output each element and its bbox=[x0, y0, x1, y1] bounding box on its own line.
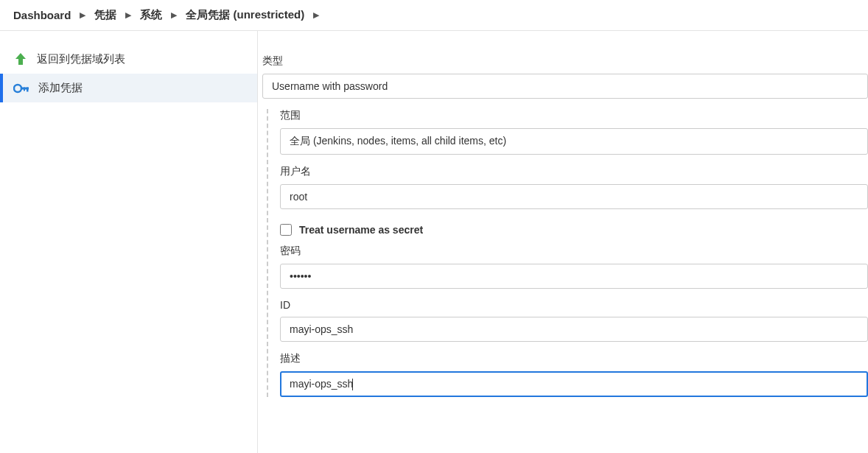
password-label: 密码 bbox=[280, 245, 868, 258]
scope-label: 范围 bbox=[280, 109, 868, 122]
password-input[interactable]: •••••• bbox=[280, 264, 868, 289]
sidebar-item-back-label: 返回到凭据域列表 bbox=[37, 52, 125, 66]
username-input[interactable] bbox=[280, 184, 868, 209]
svg-rect-3 bbox=[24, 87, 25, 91]
sidebar: 返回到凭据域列表 添加凭据 bbox=[0, 31, 258, 453]
id-input[interactable] bbox=[280, 317, 868, 342]
description-label: 描述 bbox=[280, 352, 868, 365]
sidebar-item-back[interactable]: 返回到凭据域列表 bbox=[0, 44, 257, 74]
username-label: 用户名 bbox=[280, 165, 868, 178]
id-label: ID bbox=[280, 299, 868, 311]
breadcrumb-credentials[interactable]: 凭据 bbox=[94, 8, 116, 22]
type-label: 类型 bbox=[262, 55, 868, 68]
svg-rect-2 bbox=[27, 87, 29, 91]
chevron-right-icon: ▶ bbox=[168, 10, 180, 20]
scope-select[interactable]: 全局 (Jenkins, nodes, items, all child ite… bbox=[280, 128, 868, 155]
chevron-right-icon: ▶ bbox=[77, 10, 88, 20]
breadcrumb-system[interactable]: 系统 bbox=[140, 8, 162, 22]
chevron-right-icon: ▶ bbox=[122, 10, 134, 20]
key-icon bbox=[13, 82, 29, 94]
svg-point-0 bbox=[14, 85, 21, 92]
breadcrumb: Dashboard ▶ 凭据 ▶ 系统 ▶ 全局凭据 (unrestricted… bbox=[0, 0, 868, 31]
main-content: 类型 Username with password 范围 全局 (Jenkins… bbox=[258, 31, 868, 453]
up-arrow-icon bbox=[13, 52, 28, 66]
sidebar-item-add-credentials[interactable]: 添加凭据 bbox=[0, 74, 257, 102]
description-input[interactable]: mayi-ops_ssh bbox=[280, 371, 868, 397]
breadcrumb-dashboard[interactable]: Dashboard bbox=[13, 9, 71, 21]
sidebar-item-add-label: 添加凭据 bbox=[38, 81, 83, 95]
chevron-right-icon: ▶ bbox=[310, 10, 322, 20]
type-select[interactable]: Username with password bbox=[262, 74, 868, 99]
treat-secret-label[interactable]: Treat username as secret bbox=[299, 224, 423, 236]
breadcrumb-global-credentials[interactable]: 全局凭据 (unrestricted) bbox=[186, 8, 304, 22]
treat-secret-checkbox[interactable] bbox=[280, 224, 292, 236]
